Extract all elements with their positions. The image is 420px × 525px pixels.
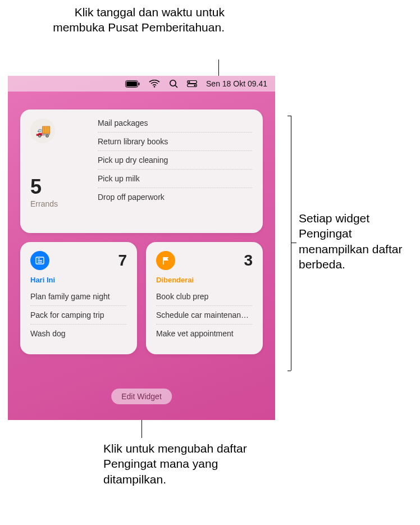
errands-count: 5: [30, 177, 86, 197]
truck-icon: 🚚: [30, 118, 55, 143]
notification-center-panel: Sen 18 Okt 09.41 🚚 5 Errands Mail packag…: [8, 76, 275, 420]
widget-area: 🚚 5 Errands Mail packages Return library…: [20, 109, 263, 354]
list-item: Plan family game night: [30, 287, 127, 306]
edit-widget-button[interactable]: Edit Widget: [111, 389, 172, 404]
menubar-datetime[interactable]: Sen 18 Okt 09.41: [206, 79, 267, 88]
svg-point-7: [188, 81, 190, 83]
reminders-widget-flagged[interactable]: 3 Dibenderai Book club prep Schedule car…: [146, 242, 263, 354]
leader-line: [287, 371, 291, 371]
wifi-icon[interactable]: [149, 80, 160, 88]
list-item: Schedule car maintenan…: [156, 306, 253, 325]
svg-point-4: [170, 80, 176, 86]
list-item: Wash dog: [30, 325, 127, 343]
control-center-icon[interactable]: [187, 80, 197, 87]
list-item: Drop off paperwork: [98, 188, 253, 206]
list-item: Pick up dry cleaning: [98, 151, 253, 170]
svg-point-9: [194, 84, 195, 86]
battery-icon[interactable]: [125, 80, 140, 88]
flagged-title: Dibenderai: [156, 276, 253, 284]
list-item: Pick up milk: [98, 170, 253, 188]
reminders-widget-errands[interactable]: 🚚 5 Errands Mail packages Return library…: [20, 109, 263, 233]
svg-rect-2: [139, 83, 140, 85]
leader-line: [291, 243, 296, 243]
spotlight-icon[interactable]: [169, 79, 178, 88]
list-item: Book club prep: [156, 287, 253, 306]
leader-line: [218, 60, 219, 76]
errands-items: Mail packages Return library books Pick …: [98, 118, 253, 224]
callout-bottom: Klik untuk mengubah daftar Pengingat man…: [103, 441, 249, 487]
today-title: Hari Ini: [30, 276, 127, 284]
svg-line-5: [175, 85, 177, 88]
menubar: Sen 18 Okt 09.41: [8, 76, 275, 92]
today-count: 7: [118, 252, 127, 270]
errands-title: Errands: [30, 199, 86, 208]
newspaper-icon: [30, 251, 49, 270]
callout-right: Setiap widget Pengingat menampilkan daft…: [299, 211, 411, 272]
flagged-count: 3: [244, 252, 253, 270]
list-item: Pack for camping trip: [30, 306, 127, 325]
callout-top: Klik tanggal dan waktu untuk membuka Pus…: [51, 4, 225, 35]
svg-point-3: [154, 86, 156, 88]
reminders-widget-today[interactable]: 7 Hari Ini Plan family game night Pack f…: [20, 242, 137, 354]
list-item: Return library books: [98, 133, 253, 151]
list-item: Make vet appointment: [156, 325, 253, 343]
flag-icon: [156, 251, 175, 270]
leader-line: [287, 116, 291, 116]
leader-line: [291, 116, 291, 371]
svg-rect-1: [126, 81, 137, 86]
list-item: Mail packages: [98, 118, 253, 133]
